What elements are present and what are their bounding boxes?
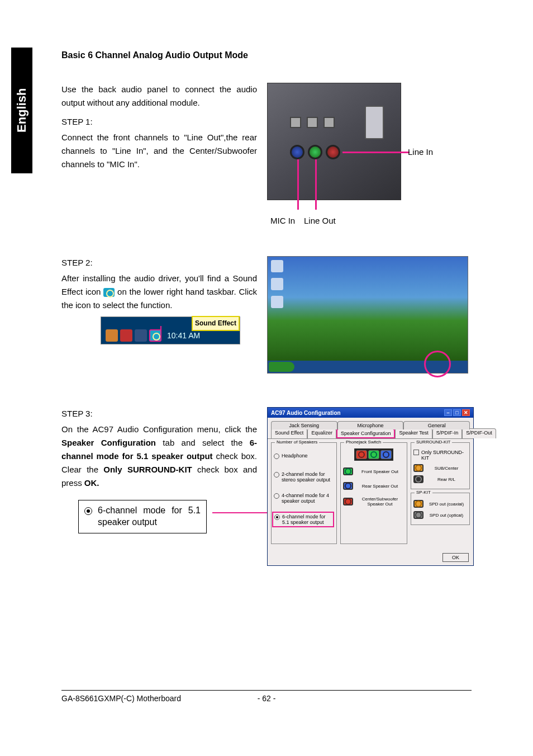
footer-model: GA-8S661GXMP(-C) Motherboard — [61, 694, 258, 703]
group-phonejack-switch: Phonejack Switch Front Speaker Out — [340, 442, 407, 544]
ac97-titlebar: AC97 Audio Configuration – □ ✕ — [268, 408, 473, 418]
group-surround-kit: SURROUND-KIT Only SURROUND-KIT SUB/Cente… — [411, 442, 470, 489]
tray-clock: 10:41 AM — [167, 329, 200, 342]
sound-effect-icon — [103, 288, 115, 297]
footer-page-number: - 62 - — [258, 694, 276, 703]
tab-microphone[interactable]: Microphone — [337, 421, 404, 429]
page-footer: GA-8S661GXMP(-C) Motherboard - 62 - — [61, 690, 472, 703]
ac97-window: AC97 Audio Configuration – □ ✕ Jack Sens… — [267, 407, 474, 566]
ok-button[interactable]: OK — [442, 553, 469, 562]
step2-block: STEP 2: After installing the audio drive… — [61, 256, 475, 374]
radio-4ch[interactable]: 4-channel mode for 4 speaker output — [274, 493, 334, 504]
tab-sound-effect[interactable]: Sound Effect — [271, 428, 307, 438]
tab-speaker-test[interactable]: Speaker Test — [395, 428, 432, 438]
desktop-screenshot — [267, 256, 468, 374]
radio-callout-label: 6-channel mode for 5.1 speaker output — [98, 505, 201, 528]
tab-spdif-out[interactable]: S/PDIF-Out — [462, 428, 496, 438]
step3-heading: STEP 3: — [61, 407, 257, 420]
label-line-in: Line In — [408, 147, 433, 157]
phonejack-triple — [354, 448, 393, 461]
language-tab: English — [11, 48, 32, 173]
tab-jack-sensing[interactable]: Jack Sensing — [271, 421, 337, 429]
checkbox-only-surround-kit[interactable]: Only SURROUND-KIT — [413, 450, 467, 461]
step1-figure — [267, 83, 475, 234]
label-line-out: Line Out — [304, 216, 336, 225]
minimize-button[interactable]: – — [444, 409, 452, 416]
jack-rear-icon — [343, 482, 353, 490]
step2-heading: STEP 2: — [61, 256, 257, 270]
lbl-rearrl: Rear R/L — [426, 477, 467, 482]
lbl-rear-speaker: Rear Speaker Out — [355, 484, 404, 489]
close-button[interactable]: ✕ — [462, 409, 470, 416]
tray-sound-effect-icon[interactable] — [149, 329, 161, 342]
radio-6ch[interactable]: 6-channel mode for 5.1 speaker output — [272, 512, 334, 527]
radio-2ch[interactable]: 2-channel mode for stereo speaker output — [274, 471, 334, 483]
label-mic-in: MIC In — [270, 216, 295, 225]
tray-icon — [135, 329, 147, 342]
step3-block: STEP 3: On the AC97 Audio Configuration … — [61, 407, 475, 566]
jack-spd-coax-icon — [413, 500, 423, 508]
callout-leader-line — [212, 512, 273, 513]
step1-heading: STEP 1: — [61, 115, 257, 129]
tray-icon — [106, 329, 118, 342]
step3-body: On the AC97 Audio Configuration menu, cl… — [61, 423, 257, 490]
lbl-spd-coaxial: SPD out (coaxial) — [426, 502, 467, 507]
tab-spdif-in[interactable]: S/PDIF-In — [432, 428, 463, 438]
tab-general[interactable]: General — [403, 421, 470, 429]
window-title: AC97 Audio Configuration — [271, 410, 341, 416]
tab-speaker-configuration[interactable]: Speaker Configuration — [336, 428, 396, 438]
desktop-icon — [271, 260, 283, 272]
step2-body: After installing the audio driver, you'l… — [61, 272, 257, 312]
section-title: Basic 6 Channel Analog Audio Output Mode — [61, 50, 475, 60]
step1-block: Use the back audio panel to connect the … — [61, 83, 475, 234]
tray-icon — [120, 329, 132, 342]
maximize-button[interactable]: □ — [453, 409, 461, 416]
lbl-center-speaker: Center/Subwoofer Speaker Out — [355, 497, 404, 507]
step1-intro: Use the back audio panel to connect the … — [61, 83, 257, 110]
taskbar-screenshot: Sound Effect 10:41 AM — [101, 316, 240, 344]
audio-panel-photo — [267, 83, 401, 200]
desktop-icon — [271, 296, 283, 308]
tab-equalizer[interactable]: Equalizer — [307, 428, 336, 438]
lbl-front-speaker: Front Speaker Out — [355, 469, 404, 474]
lbl-spd-optical: SPD out (optical) — [426, 513, 467, 518]
radio-selected-icon — [84, 507, 92, 515]
jack-center-icon — [343, 498, 353, 505]
group-sp-kit: SP-KIT SPD out (coaxial) SPD out (optica… — [411, 493, 470, 525]
radio-headphone[interactable]: Headphone — [274, 453, 334, 459]
desktop-icon — [271, 278, 283, 290]
highlight-circle — [424, 351, 451, 377]
group-number-of-speakers: Number of Speakers Headphone 2-channel m… — [271, 442, 337, 544]
jack-line-out — [308, 145, 322, 159]
jack-subcenter-icon — [413, 464, 423, 472]
start-button — [269, 362, 294, 372]
jack-front-icon — [343, 467, 353, 475]
jack-mic-in — [326, 145, 340, 159]
jack-rearrl-icon — [413, 475, 423, 483]
radio-callout: 6-channel mode for 5.1 speaker output — [78, 500, 207, 533]
jack-spd-opt-icon — [413, 511, 423, 519]
step1-body: Connect the front channels to "Line Out"… — [61, 131, 257, 171]
lbl-subcenter: SUB/Center — [426, 466, 467, 471]
jack-line-in — [290, 145, 304, 159]
